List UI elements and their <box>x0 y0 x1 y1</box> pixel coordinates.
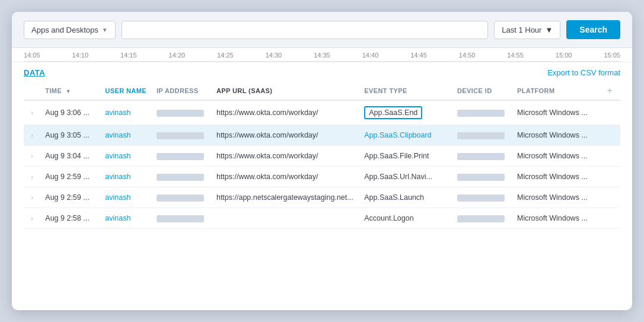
data-header: DATA Export to CSV format <box>24 68 620 77</box>
cell-platform: Microsoft Windows ... <box>512 146 602 167</box>
cell-add <box>602 208 620 229</box>
table-container: TIME ▼ USER NAME IP ADDRESS APP URL (SAA… <box>24 82 620 229</box>
table-row[interactable]: ›Aug 9 3:05 ...avinashhttps://www.okta.c… <box>24 125 620 146</box>
cell-device-id <box>452 100 512 125</box>
cell-event-type: App.SaaS.End <box>359 100 452 125</box>
device-id-blurred <box>457 153 505 160</box>
cell-platform: Microsoft Windows ... <box>512 208 602 229</box>
time-range-dropdown[interactable]: Last 1 Hour ▼ <box>494 21 560 39</box>
ip-blurred <box>157 132 204 139</box>
col-add-header: + <box>602 82 620 100</box>
dropdown-label: Apps and Desktops <box>31 25 98 34</box>
expand-row-icon[interactable]: › <box>28 172 36 181</box>
col-url-header: APP URL (SAAS) <box>212 82 359 100</box>
col-username-header: USER NAME <box>100 82 152 100</box>
search-button[interactable]: Search <box>566 20 620 39</box>
cell-platform: Microsoft Windows ... <box>512 167 602 187</box>
cell-username[interactable]: avinash <box>105 214 130 222</box>
add-column-icon[interactable]: + <box>607 85 613 95</box>
data-label: DATA <box>24 68 45 77</box>
device-id-blurred <box>457 215 505 222</box>
timeline-label: 14:30 <box>266 52 282 59</box>
cell-event-type: App.SaaS.Launch <box>359 187 452 208</box>
table-row[interactable]: ›Aug 9 3:06 ...avinashhttps://www.okta.c… <box>24 100 620 125</box>
cell-ip <box>152 100 212 125</box>
table-row[interactable]: ›Aug 9 3:04 ...avinashhttps://www.okta.c… <box>24 146 620 167</box>
cell-username[interactable]: avinash <box>105 109 130 117</box>
timeline-label: 14:10 <box>72 52 89 59</box>
cell-device-id <box>452 187 512 208</box>
expand-row-icon[interactable]: › <box>28 193 36 202</box>
timeline-label: 14:45 <box>410 52 427 59</box>
expand-row-icon[interactable]: › <box>28 130 36 140</box>
device-id-blurred <box>457 132 505 139</box>
table-row[interactable]: ›Aug 9 2:59 ...avinashhttps://www.okta.c… <box>24 167 620 187</box>
event-type-text: App.SaaS.Launch <box>364 193 424 202</box>
ip-blurred <box>157 215 204 222</box>
cell-username[interactable]: avinash <box>105 193 130 202</box>
time-range-label: Last 1 Hour <box>502 25 541 34</box>
cell-url: https://app.netscalergatewaystaging.net.… <box>212 187 359 208</box>
table-header-row: TIME ▼ USER NAME IP ADDRESS APP URL (SAA… <box>24 82 620 100</box>
event-type-text: App.SaaS.Clipboard <box>364 131 431 139</box>
timeline-label: 14:55 <box>507 52 524 59</box>
col-platform-header: PLATFORM <box>512 82 602 100</box>
cell-platform: Microsoft Windows ... <box>512 187 602 208</box>
ip-blurred <box>157 174 204 181</box>
cell-event-type: App.SaaS.File.Print <box>359 146 452 167</box>
toolbar: Apps and Desktops ▼ Last 1 Hour ▼ Search <box>12 12 632 48</box>
cell-add <box>602 187 620 208</box>
timeline-bar <box>24 61 620 62</box>
table-row[interactable]: ›Aug 9 2:58 ...avinashAccount.LogonMicro… <box>24 208 620 229</box>
content-area: DATA Export to CSV format TIME ▼ USER NA… <box>12 62 632 235</box>
cell-time: Aug 9 3:04 ... <box>40 146 100 167</box>
expand-row-icon[interactable]: › <box>28 108 36 117</box>
device-id-blurred <box>457 110 505 117</box>
timeline-label: 14:25 <box>217 52 234 59</box>
cell-ip <box>152 125 212 146</box>
timeline-label: 14:40 <box>362 52 379 59</box>
cell-event-type: App.SaaS.Url.Navi... <box>359 167 452 187</box>
cell-username[interactable]: avinash <box>105 131 130 139</box>
export-csv-link[interactable]: Export to CSV format <box>547 68 620 77</box>
cell-add <box>602 146 620 167</box>
cell-url: https://www.okta.com/workday/ <box>212 146 359 167</box>
cell-url: https://www.okta.com/workday/ <box>212 125 359 146</box>
cell-ip <box>152 146 212 167</box>
timeline-label: 14:15 <box>120 52 137 59</box>
event-type-text: Account.Logon <box>364 214 413 222</box>
cell-platform: Microsoft Windows ... <box>512 100 602 125</box>
cell-ip <box>152 187 212 208</box>
cell-url: https://www.okta.com/workday/ <box>212 167 359 187</box>
table-row[interactable]: ›Aug 9 2:59 ...avinashhttps://app.netsca… <box>24 187 620 208</box>
cell-platform: Microsoft Windows ... <box>512 125 602 146</box>
table-body: ›Aug 9 3:06 ...avinashhttps://www.okta.c… <box>24 100 620 229</box>
cell-add <box>602 125 620 146</box>
col-event-header: EVENT TYPE <box>359 82 452 100</box>
sort-icon[interactable]: ▼ <box>66 88 71 94</box>
cell-ip <box>152 167 212 187</box>
main-window: Apps and Desktops ▼ Last 1 Hour ▼ Search… <box>12 12 632 310</box>
col-expand-header <box>24 82 40 100</box>
timeline: 14:0514:1014:1514:2014:2514:3014:3514:40… <box>12 48 632 62</box>
event-type-text: App.SaaS.File.Print <box>364 152 429 160</box>
expand-row-icon[interactable]: › <box>28 151 36 161</box>
cell-ip <box>152 208 212 229</box>
expand-row-icon[interactable]: › <box>28 213 36 223</box>
cell-username[interactable]: avinash <box>105 173 130 181</box>
device-id-blurred <box>457 174 505 181</box>
search-input[interactable] <box>122 21 489 39</box>
timeline-label: 14:50 <box>459 52 476 59</box>
cell-event-type: App.SaaS.Clipboard <box>359 125 452 146</box>
cell-device-id <box>452 125 512 146</box>
chevron-down-icon: ▼ <box>102 27 108 33</box>
event-type-text: App.SaaS.Url.Navi... <box>364 173 432 181</box>
cell-time: Aug 9 2:59 ... <box>40 167 100 187</box>
ip-blurred <box>157 153 204 160</box>
chevron-down-icon: ▼ <box>545 25 553 34</box>
cell-username[interactable]: avinash <box>105 152 130 160</box>
timeline-label: 14:05 <box>24 52 40 59</box>
apps-desktops-dropdown[interactable]: Apps and Desktops ▼ <box>24 21 116 39</box>
cell-event-type: Account.Logon <box>359 208 452 229</box>
timeline-labels: 14:0514:1014:1514:2014:2514:3014:3514:40… <box>24 52 620 61</box>
